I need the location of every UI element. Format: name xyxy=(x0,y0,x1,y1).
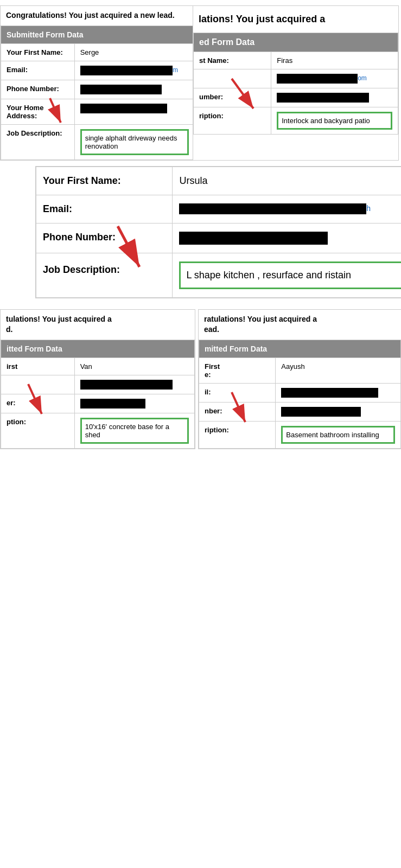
congrats-aayush: ratulations! You just acquired aead. xyxy=(199,310,401,340)
card-ursula-wrapper: Your First Name: Ursula Email: h Phone N… xyxy=(35,166,401,298)
label-email: Email: xyxy=(1,61,75,80)
highlight-box-ursula: L shape kitchen , resurface and ristain xyxy=(179,261,401,289)
card-ursula: Your First Name: Ursula Email: h Phone N… xyxy=(35,166,401,298)
value-first-name: Serge xyxy=(74,43,194,61)
value-job-aayush: Basement bathroom installing xyxy=(276,421,401,448)
table-row: irst Van xyxy=(1,358,195,375)
redacted-email-aayush xyxy=(281,388,378,398)
table-row: Email: m xyxy=(1,61,195,80)
table-header-aayush: mitted Form Data xyxy=(199,340,401,358)
form-table-van: itted Form Data irst Van er: xyxy=(1,340,195,449)
value-job-desc: single alphalt driveway needs renovation xyxy=(74,124,194,159)
card-firas: lations! You just acquired a ed Form Dat… xyxy=(193,5,399,161)
svg-line-1 xyxy=(50,98,61,123)
highlight-box-serge: single alphalt driveway needs renovation xyxy=(80,129,189,155)
red-arrow-aayush xyxy=(215,390,264,427)
table-header-van: itted Form Data xyxy=(1,340,195,358)
value-first-ursula: Ursula xyxy=(173,167,401,195)
congrats-firas: lations! You just acquired a xyxy=(193,6,398,33)
table-row: Your First Name: Ursula xyxy=(36,167,402,195)
table-row: Job Description: L shape kitchen , resur… xyxy=(36,253,402,297)
value-phone xyxy=(74,80,194,99)
table-row: Phone Number: xyxy=(36,223,402,253)
redacted-phone xyxy=(80,85,162,94)
congrats-van: tulations! You just acquired ad. xyxy=(1,310,195,340)
top-row: Congratulations! You just acquired a new… xyxy=(0,5,401,161)
redacted-phone-aayush xyxy=(281,407,361,417)
page-wrapper: Congratulations! You just acquired a new… xyxy=(0,0,401,455)
form-table-aayush: mitted Form Data Firste: Aayush il: nber… xyxy=(199,340,401,449)
redacted-address xyxy=(80,104,167,113)
red-arrow-serge xyxy=(34,95,77,128)
table-row: st Name: Firas xyxy=(194,52,398,69)
svg-line-9 xyxy=(232,392,245,422)
table-row: Job Description: single alphalt driveway… xyxy=(1,124,195,159)
bottom-row: tulations! You just acquired ad. itted F… xyxy=(0,309,401,449)
value-job-firas: Interlock and backyard patio xyxy=(271,107,398,135)
card-serge: Congratulations! You just acquired a new… xyxy=(0,5,195,161)
form-table-ursula: Your First Name: Ursula Email: h Phone N… xyxy=(36,167,401,298)
highlight-box-van: 10'x16' concrete base for a shed xyxy=(80,418,189,444)
redacted-phone-ursula xyxy=(179,232,327,245)
redacted-phone-van xyxy=(80,399,145,409)
value-email: m xyxy=(74,61,194,80)
label-first-ursula: Your First Name: xyxy=(36,167,173,195)
label-first-name: Your First Name: xyxy=(1,43,75,61)
table-row: Your Home Address: xyxy=(1,99,195,124)
table-row: er: xyxy=(1,394,195,413)
value-address xyxy=(74,99,194,124)
congrats-serge: Congratulations! You just acquired a new… xyxy=(1,6,195,25)
table-row: nber: xyxy=(199,402,401,421)
table-header-firas: ed Form Data xyxy=(194,33,398,52)
redacted-email-van xyxy=(80,380,173,390)
redacted-email xyxy=(80,66,173,75)
redacted-phone-firas xyxy=(277,93,369,103)
table-header-serge: Submitted Form Data xyxy=(1,25,195,43)
form-table-firas: ed Form Data st Name: Firas om umber: xyxy=(193,33,398,135)
red-arrow-van xyxy=(12,381,61,419)
table-row: umber: xyxy=(194,88,398,107)
table-row: Firste: Aayush xyxy=(199,358,401,383)
value-first-van: Van xyxy=(74,358,194,375)
svg-line-7 xyxy=(28,384,42,414)
svg-line-5 xyxy=(118,226,139,267)
table-row: Phone Number: xyxy=(1,80,195,99)
value-email-aayush xyxy=(276,383,401,402)
highlight-box-aayush: Basement bathroom installing xyxy=(281,426,395,444)
label-first-van: irst xyxy=(1,358,75,375)
label-email-ursula: Email: xyxy=(36,195,173,223)
svg-line-3 xyxy=(232,79,253,108)
table-row: Your First Name: Serge xyxy=(1,43,195,61)
value-email-van xyxy=(74,375,194,394)
value-email-firas: om xyxy=(271,69,398,88)
value-job-ursula: L shape kitchen , resurface and ristain xyxy=(173,253,401,297)
value-phone-firas xyxy=(271,88,398,107)
redacted-email-ursula xyxy=(179,203,366,214)
value-first-firas: Firas xyxy=(271,52,398,69)
table-row: Email: h xyxy=(36,195,402,223)
highlight-box-firas: Interlock and backyard patio xyxy=(277,112,392,130)
value-first-aayush: Aayush xyxy=(276,358,401,383)
label-first-aayush: Firste: xyxy=(199,358,276,383)
form-table-serge: Submitted Form Data Your First Name: Ser… xyxy=(1,25,195,160)
value-phone-ursula xyxy=(173,223,401,253)
red-arrow-ursula xyxy=(96,224,167,272)
value-phone-aayush xyxy=(276,402,401,421)
value-phone-van xyxy=(74,394,194,413)
card-van: tulations! You just acquired ad. itted F… xyxy=(0,309,195,449)
card-aayush: ratulations! You just acquired aead. mit… xyxy=(198,309,401,449)
value-email-ursula: h xyxy=(173,195,401,223)
red-arrow-firas xyxy=(221,76,275,114)
redacted-email-firas xyxy=(277,74,358,84)
value-job-van: 10'x16' concrete base for a shed xyxy=(74,413,194,448)
label-first-firas: st Name: xyxy=(194,52,271,69)
